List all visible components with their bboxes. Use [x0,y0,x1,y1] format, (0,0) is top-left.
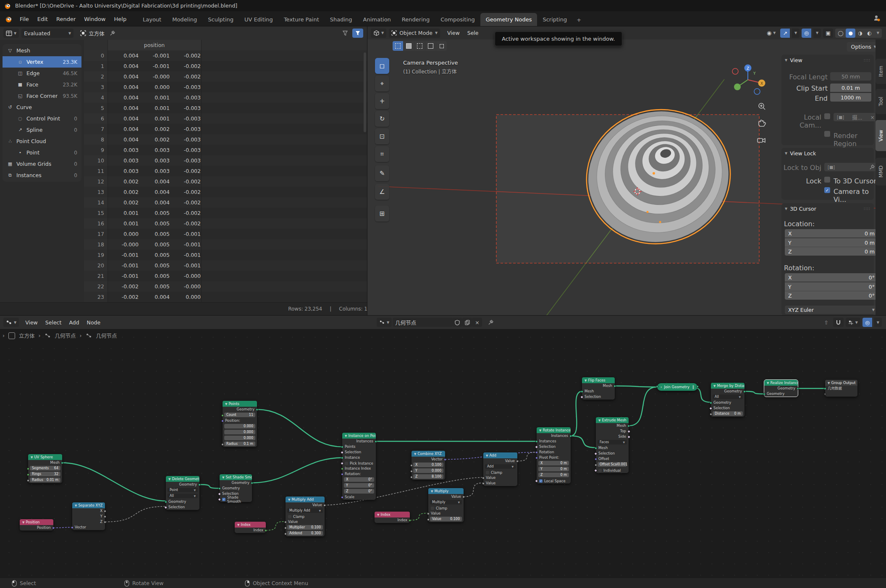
shading-material-button[interactable]: ◑ [855,29,865,38]
menu-file[interactable]: File [16,14,33,24]
output-socket[interactable] [797,387,799,390]
snap-toggle[interactable] [833,318,844,327]
output-socket[interactable] [613,385,616,387]
local-camera-object-field[interactable]: [■]摄...× [834,113,878,121]
output-socket[interactable] [375,440,377,443]
show-overlays-toggle[interactable]: ◎ [802,29,811,38]
node-tree-browse-button[interactable]: ▼ [377,318,392,327]
node-field[interactable]: 0.000 [224,424,255,429]
menu-window[interactable]: Window [80,14,110,24]
table-row[interactable]: 21-0.0010.005-0.000 [84,271,367,281]
breadcrumb-item[interactable]: 几何节点 [96,332,117,340]
node-checkbox-individual[interactable]: Individual [596,468,629,473]
input-socket[interactable] [763,393,765,395]
tool-measure[interactable]: ∠ [375,184,389,200]
node-field[interactable]: Segments64 [30,466,60,470]
output-socket[interactable] [516,460,519,463]
vertical-scrollbar[interactable] [364,52,366,132]
output-socket[interactable] [743,390,746,393]
fake-user-shield-icon[interactable] [452,318,462,327]
node-header[interactable]: ▼Multiply [428,488,464,494]
breadcrumb-item[interactable]: 几何节点 [55,332,76,340]
shell-object[interactable] [571,94,746,260]
node-field[interactable]: X0° [344,477,374,482]
node-field[interactable]: Z0° [344,489,374,494]
node-field[interactable]: Radius0.1 m [224,442,255,446]
table-row[interactable]: 19-0.0010.005-0.001 [84,250,367,260]
notification-icon[interactable] [873,14,880,22]
table-row[interactable]: 20.004-0.000-0.002 [84,71,367,82]
node-menu-add[interactable]: Add [65,318,83,327]
breadcrumb-item[interactable]: 立方体 [19,332,35,340]
input-socket[interactable] [284,527,287,529]
node-dropdown[interactable]: All▼ [713,395,743,399]
node-dropdown[interactable]: Add▼ [485,464,516,469]
new-copy-icon[interactable] [462,318,472,327]
workspace-tab-uv-editing[interactable]: UV Editing [239,13,278,26]
table-row[interactable]: 00.004-0.001-0.002 [84,50,367,61]
node-extrude-mesh[interactable]: ▼Extrude MeshMeshTopSideFaces▼MeshSelect… [596,417,629,473]
node-field[interactable]: Z8.100 [413,474,443,479]
workspace-tab-shading[interactable]: Shading [325,13,358,26]
render-region-checkbox[interactable] [824,131,830,137]
menu-help[interactable]: Help [110,14,131,24]
node-menu-select[interactable]: Select [42,318,66,327]
shading-wireframe-button[interactable]: ◯ [835,29,846,38]
workspace-tab-compositing[interactable]: Compositing [435,13,480,26]
node-field[interactable]: Multiplier0.100 [287,525,323,530]
table-row[interactable]: 18-0.0000.005-0.001 [84,239,367,250]
input-socket[interactable] [221,420,224,422]
node-field[interactable]: X0 m [538,461,569,465]
mode-select[interactable]: Object Mode▼ [389,29,440,38]
tool-move[interactable]: + [375,93,389,109]
node-dropdown[interactable]: Multiply▼ [430,500,462,504]
clip-start-field[interactable]: 0.01 m [830,84,871,92]
table-row[interactable]: 110.0030.003-0.002 [84,166,367,176]
view-lock-panel-header[interactable]: ▼View Lock [781,148,874,159]
overlays-dropdown[interactable]: ▼ [813,29,821,38]
dataset-point-cloud[interactable]: ∴Point Cloud [3,136,81,147]
table-row[interactable]: 60.0040.001-0.003 [84,113,367,124]
tool-scale[interactable]: ⊡ [375,128,389,144]
table-row[interactable]: 140.0020.004-0.002 [84,197,367,208]
table-row[interactable]: 120.0020.004-0.002 [84,176,367,187]
node-header[interactable]: ▼Position [20,519,53,525]
workspace-tab-scripting[interactable]: Scripting [537,13,572,26]
node-field[interactable]: Y0.000 [413,468,443,473]
input-socket[interactable] [710,413,712,416]
visibility-dropdown[interactable]: ◉▼ [764,29,779,38]
input-socket[interactable] [427,518,430,521]
table-row[interactable]: 22-0.0020.005-0.000 [84,281,367,292]
node-field[interactable]: Y0 m [538,467,569,471]
node-canvas[interactable]: ▼UV SphereMeshSegments64Rings32Radius0.0… [0,329,886,578]
node-header[interactable]: ▼Combine XYZ [412,451,445,457]
shading-solid-button[interactable]: ● [846,29,855,38]
dataset-instances[interactable]: ⧉Instances0 [3,170,81,181]
node-merge-by-distance[interactable]: ▼Merge by DistanceGeometryAll▼GeometrySe… [711,383,744,417]
input-socket[interactable] [410,464,413,467]
dataset-point[interactable]: •Point0 [3,147,81,158]
show-gizmo-toggle[interactable]: ↗ [780,29,789,38]
node-header[interactable]: ▼Instance on Points [342,433,376,439]
input-socket[interactable] [824,393,826,395]
input-socket[interactable] [535,451,538,454]
node-position[interactable]: ▼PositionPosition [20,519,53,531]
tool-rotate[interactable]: ↻ [375,111,389,127]
node-checkbox-pick-instance[interactable]: Pick Instance [342,460,376,466]
node-add[interactable]: ▼AddValueAdd▼ClampValueValue [483,452,517,486]
sidebar-tab-view[interactable]: View [876,120,886,151]
input-socket[interactable] [535,457,538,459]
table-row[interactable]: 100.0030.003-0.003 [84,155,367,166]
node-separate-xyz[interactable]: ▼Separate XYZXYZVector [72,502,105,530]
input-socket[interactable] [221,443,224,446]
node-header[interactable]: ▼Separate XYZ [72,502,105,508]
input-socket[interactable] [595,447,597,449]
gizmo-dropdown[interactable]: ▼ [792,29,799,38]
node-field[interactable]: Addend0.300 [287,531,323,536]
node-menu-view[interactable]: View [21,318,42,327]
node-header[interactable]: ▼Merge by Distance [711,383,744,389]
cursor-rot-y[interactable]: Y0° [785,282,878,291]
output-socket[interactable] [104,510,106,512]
tool-box-select[interactable]: ◻ [375,58,389,74]
overlays-dropdown[interactable]: ▼ [874,318,882,327]
